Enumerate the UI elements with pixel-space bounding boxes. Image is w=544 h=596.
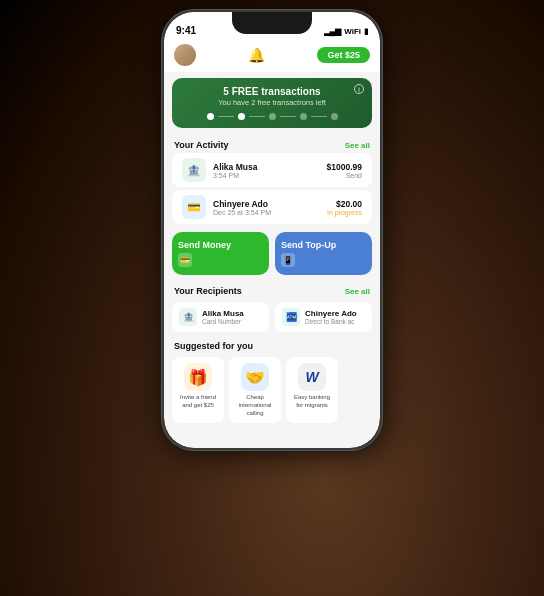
suggested-row: 🎁 Invite a friend and get $25 🤝 Cheap in… [164,354,380,429]
status-time: 9:41 [176,25,196,36]
banner-subtitle: You have 2 free transactrons left [182,98,362,107]
scene: 9:41 ▂▄▆ WiFi ▮ 🔔 Get $25 i 5 FREE trans… [0,0,544,596]
send-money-label: Send Money [178,240,231,250]
progress-dot-1 [207,113,214,120]
phone-screen: 9:41 ▂▄▆ WiFi ▮ 🔔 Get $25 i 5 FREE trans… [164,12,380,448]
send-topup-icon: 📱 [281,253,295,267]
action-buttons-row: Send Money 💳 Send Top-Up 📱 [164,227,380,280]
activity-section-header: Your Activity See all [164,134,380,153]
recipient-card-1[interactable]: 🏦 Alika Musa Card Number [172,302,269,332]
progress-dot-3 [269,113,276,120]
w-logo: W [305,369,318,385]
amount-status-2: in progress [327,209,362,216]
banner-title: 5 FREE transactions [182,86,362,97]
activity-name-2: Chinyere Ado [213,199,327,209]
activity-item[interactable]: 🏦 Alika Musa 3:54 PM $1000.99 Send [172,153,372,187]
suggested-section-header: Suggested for you [164,335,380,354]
suggested-card-3[interactable]: W Easy banking for migrants [286,357,338,423]
activity-time-1: 3:54 PM [213,172,327,179]
top-nav: 🔔 Get $25 [164,40,380,72]
activity-info-2: Chinyere Ado Dec 25 at 3:54 PM [213,199,327,216]
progress-dot-2 [238,113,245,120]
recipient-name-2: Chinyere Ado [305,309,357,318]
recipient-info-1: Alika Musa Card Number [202,309,244,325]
amount-status-1: Send [327,172,362,179]
send-topup-label: Send Top-Up [281,240,336,250]
get25-button[interactable]: Get $25 [317,47,370,63]
amount-value-1: $1000.99 [327,162,362,172]
suggested-text-2: Cheap international calling [233,394,277,417]
suggested-text-3: Easy banking for migrants [290,394,334,410]
activity-icon-bank: 🏦 [182,158,206,182]
activity-amount-2: $20.00 in progress [327,199,362,216]
activity-section-title: Your Activity [174,140,229,150]
suggested-img-3: W [298,363,326,391]
send-money-button[interactable]: Send Money 💳 [172,232,269,275]
recipient-info-2: Chinyere Ado Direct to Bank ac [305,309,357,325]
recipient-card-2[interactable]: 🏧 Chinyere Ado Direct to Bank ac [275,302,372,332]
recipients-section-title: Your Recipients [174,286,242,296]
amount-value-2: $20.00 [327,199,362,209]
progress-line-4 [311,116,327,118]
activity-amount-1: $1000.99 Send [327,162,362,179]
activity-see-all[interactable]: See all [345,141,370,150]
recipient-sub-2: Direct to Bank ac [305,318,357,325]
recipient-icon-2: 🏧 [282,308,300,326]
activity-info-1: Alika Musa 3:54 PM [213,162,327,179]
suggested-card-2[interactable]: 🤝 Cheap international calling [229,357,281,423]
recipients-see-all[interactable]: See all [345,287,370,296]
send-topup-button[interactable]: Send Top-Up 📱 [275,232,372,275]
recipients-row: 🏦 Alika Musa Card Number 🏧 Chinyere Ado … [164,299,380,335]
avatar[interactable] [174,44,196,66]
phone-notch [232,12,312,34]
bell-icon[interactable]: 🔔 [248,47,265,63]
phone-device: 9:41 ▂▄▆ WiFi ▮ 🔔 Get $25 i 5 FREE trans… [162,10,382,450]
wifi-icon: WiFi [344,27,361,36]
activity-name-1: Alika Musa [213,162,327,172]
activity-icon-card: 💳 [182,195,206,219]
recipients-section-header: Your Recipients See all [164,280,380,299]
suggested-card-1[interactable]: 🎁 Invite a friend and get $25 [172,357,224,423]
battery-icon: ▮ [364,27,368,36]
suggested-section-title: Suggested for you [174,341,253,351]
suggested-img-1: 🎁 [184,363,212,391]
progress-line-1 [218,116,234,118]
suggested-text-1: Invite a friend and get $25 [176,394,220,410]
progress-dot-5 [331,113,338,120]
info-icon[interactable]: i [354,84,364,94]
recipient-name-1: Alika Musa [202,309,244,318]
progress-indicator [182,113,362,120]
free-transactions-banner: i 5 FREE transactions You have 2 free tr… [172,78,372,128]
activity-item-2[interactable]: 💳 Chinyere Ado Dec 25 at 3:54 PM $20.00 … [172,190,372,224]
activity-time-2: Dec 25 at 3:54 PM [213,209,327,216]
recipient-icon-1: 🏦 [179,308,197,326]
progress-line-3 [280,116,296,118]
recipient-sub-1: Card Number [202,318,244,325]
send-money-icon: 💳 [178,253,192,267]
suggested-img-2: 🤝 [241,363,269,391]
status-icons: ▂▄▆ WiFi ▮ [324,27,368,36]
progress-dot-4 [300,113,307,120]
progress-line-2 [249,116,265,118]
signal-icon: ▂▄▆ [324,27,342,36]
